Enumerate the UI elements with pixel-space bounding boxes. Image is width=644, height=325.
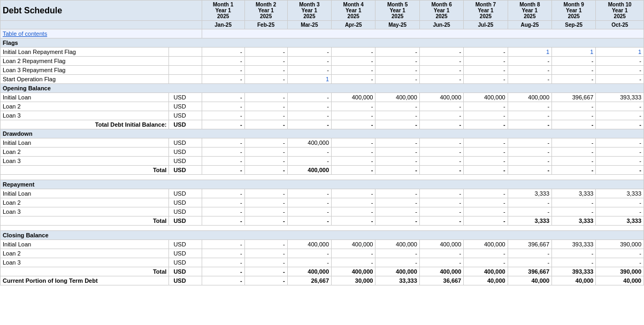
debt-schedule-table: Debt Schedule Month 1 Year 1 2025 Month … <box>0 0 644 285</box>
spacer-row <box>1 175 644 180</box>
period-header-10: Oct-25 <box>596 21 644 29</box>
table-row: Loan 2 USD --- --- --- - <box>1 102 644 111</box>
table-row: Loan 3 USD --- --- --- - <box>1 111 644 120</box>
table-row: Loan 3 Repayment Flag - - - - - - - - - … <box>1 66 644 75</box>
period-header-8: Aug-25 <box>508 21 551 29</box>
table-row: Loan 3 USD --- --- --- - <box>1 207 644 216</box>
table-row: Start Operation Flag - - 1 - - - - - - - <box>1 75 644 84</box>
table-row: Initial Loan USD -- 400,000 400,000400,0… <box>1 240 644 249</box>
table-row: Loan 3 USD --- --- --- - <box>1 258 644 267</box>
opening-total-row: Total Debt Initial Balance: USD --- --- … <box>1 120 644 129</box>
current-portion-row: Current Portion of long Term Debt USD --… <box>1 276 644 285</box>
repayment-section-header: Repayment <box>1 180 644 189</box>
col-header-5: Month 5 Year 1 2025 <box>375 1 419 21</box>
closing-balance-section-header: Closing Balance <box>1 231 644 240</box>
toc-row: Table of contents <box>1 29 644 38</box>
spacer-row-2 <box>1 226 644 231</box>
period-header-2: Feb-25 <box>244 21 287 29</box>
period-header-5: May-25 <box>375 21 419 29</box>
col-header-9: Month 9 Year 1 2025 <box>552 1 596 21</box>
col-header-10: Month 10 Year 1 2025 <box>596 1 644 21</box>
page-title: Debt Schedule <box>1 1 202 21</box>
debt-schedule-container: Debt Schedule Month 1 Year 1 2025 Month … <box>0 0 644 285</box>
table-row: Initial Loan USD - - - 400,000 400,000 4… <box>1 93 644 102</box>
period-header-9: Sep-25 <box>552 21 596 29</box>
flags-section-header: Flags <box>1 38 644 48</box>
table-row: Loan 2 USD --- --- --- - <box>1 198 644 207</box>
repayment-total-row: Total USD --- --- - 3,3333,3333,333 <box>1 216 644 226</box>
period-header-7: Jul-25 <box>464 21 508 29</box>
period-header-6: Jun-25 <box>419 21 463 29</box>
opening-balance-section-header: Opening Balance <box>1 84 644 93</box>
col-header-2: Month 2 Year 1 2025 <box>244 1 287 21</box>
col-header-1: Month 1 Year 1 2025 <box>202 1 244 21</box>
drawdown-section-header: Drawdown <box>1 129 644 138</box>
table-row: Initial Loan USD --- --- - 3,3333,3333,3… <box>1 189 644 198</box>
toc-link[interactable]: Table of contents <box>3 30 47 37</box>
period-header-4: Apr-25 <box>332 21 375 29</box>
table-row: Loan 2 Repayment Flag - - - - - - - - - … <box>1 57 644 66</box>
closing-total-row: Total USD -- 400,000 400,000400,000 400,… <box>1 267 644 276</box>
table-row: Initial Loan USD -- 400,000 --- --- - <box>1 138 644 148</box>
col-header-3: Month 3 Year 1 2025 <box>287 1 331 21</box>
table-row: Loan 2 USD --- --- --- - <box>1 148 644 157</box>
drawdown-total-row: Total USD -- 400,000 --- --- - <box>1 166 644 175</box>
table-row: Loan 2 USD --- --- --- - <box>1 249 644 258</box>
table-row: Initial Loan Repayment Flag - - - - - - … <box>1 48 644 57</box>
table-row: Loan 3 USD --- --- --- - <box>1 157 644 166</box>
period-header-3: Mar-25 <box>287 21 331 29</box>
col-header-7: Month 7 Year 1 2025 <box>464 1 508 21</box>
period-header-1: Jan-25 <box>202 21 244 29</box>
col-header-4: Month 4 Year 1 2025 <box>332 1 375 21</box>
col-header-8: Month 8 Year 1 2025 <box>508 1 551 21</box>
col-header-6: Month 6 Year 1 2025 <box>419 1 463 21</box>
